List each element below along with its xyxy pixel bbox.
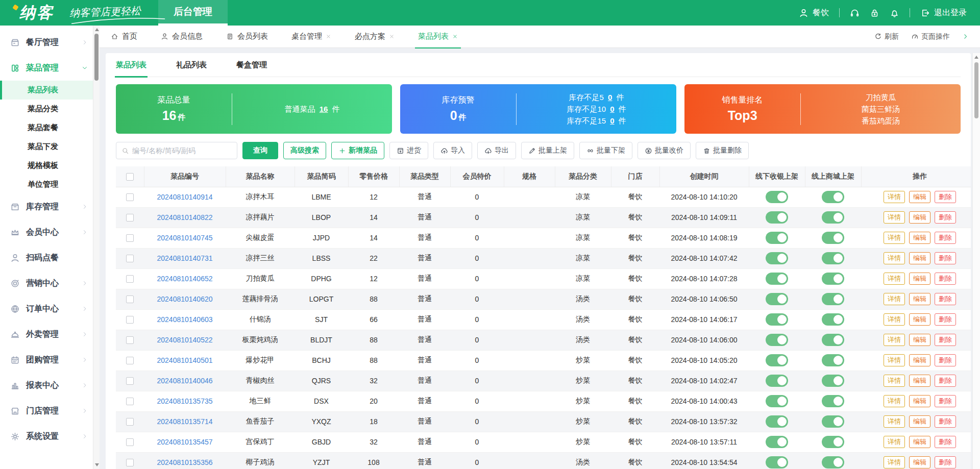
edit-button[interactable]: 编辑 xyxy=(909,293,930,305)
dish-code-link[interactable]: 20240810140914 xyxy=(157,193,212,201)
online-shelf-toggle[interactable] xyxy=(822,191,844,203)
detail-button[interactable]: 详情 xyxy=(884,436,905,448)
sidebar-subitem[interactable]: 单位管理 xyxy=(0,175,93,194)
headset-icon[interactable] xyxy=(850,8,860,18)
card-line-value[interactable]: 0 xyxy=(606,93,614,102)
row-checkbox[interactable] xyxy=(126,398,134,405)
page-tab[interactable]: 必点方案 xyxy=(355,26,395,48)
online-shelf-toggle[interactable] xyxy=(822,211,844,224)
sidebar-item[interactable]: 扫码点餐 xyxy=(0,245,93,270)
close-icon[interactable] xyxy=(389,34,395,39)
row-checkbox[interactable] xyxy=(126,459,134,466)
detail-button[interactable]: 详情 xyxy=(884,395,905,407)
scrollbar-thumb[interactable] xyxy=(94,34,99,81)
delete-button[interactable]: 删除 xyxy=(935,252,956,264)
detail-button[interactable]: 详情 xyxy=(884,191,905,203)
dish-code-link[interactable]: 20240810140046 xyxy=(157,377,212,385)
edit-button[interactable]: 编辑 xyxy=(909,456,930,468)
card-line-value[interactable]: 16 xyxy=(317,105,330,113)
detail-button[interactable]: 详情 xyxy=(884,293,905,305)
sidebar-item[interactable]: 菜品管理 xyxy=(0,55,93,81)
user-menu[interactable]: 餐饮 xyxy=(799,8,829,18)
advanced-search-button[interactable]: 高级搜索 xyxy=(283,142,326,159)
export-button[interactable]: 导出 xyxy=(477,142,516,159)
detail-button[interactable]: 详情 xyxy=(884,273,905,285)
detail-button[interactable]: 详情 xyxy=(884,375,905,387)
delete-button[interactable]: 删除 xyxy=(935,436,956,448)
search-button[interactable]: 查询 xyxy=(242,142,278,159)
offline-shelf-toggle[interactable] xyxy=(766,375,788,387)
page-ops-button[interactable]: 页面操作 xyxy=(911,32,950,41)
dish-code-link[interactable]: 20240810135735 xyxy=(157,397,212,405)
edit-button[interactable]: 编辑 xyxy=(909,232,930,244)
sidebar-scrollbar[interactable] xyxy=(93,26,100,469)
dish-code-link[interactable]: 20240810140745 xyxy=(157,234,212,242)
sidebar-item[interactable]: 会员中心 xyxy=(0,219,93,245)
detail-button[interactable]: 详情 xyxy=(884,354,905,366)
offline-shelf-toggle[interactable] xyxy=(766,273,788,285)
detail-button[interactable]: 详情 xyxy=(884,313,905,326)
sidebar-subitem[interactable]: 规格模板 xyxy=(0,156,93,175)
edit-button[interactable]: 编辑 xyxy=(909,395,930,407)
dish-code-link[interactable]: 20240810135356 xyxy=(157,458,212,466)
page-tab[interactable]: 桌台管理 xyxy=(291,26,331,48)
delete-button[interactable]: 删除 xyxy=(935,415,956,428)
online-shelf-toggle[interactable] xyxy=(822,252,844,264)
edit-button[interactable]: 编辑 xyxy=(909,375,930,387)
edit-button[interactable]: 编辑 xyxy=(909,334,930,346)
nav-tab-backend[interactable]: 后台管理 xyxy=(158,0,228,26)
offline-shelf-toggle[interactable] xyxy=(766,252,788,264)
sidebar-subitem[interactable]: 菜品套餐 xyxy=(0,118,93,137)
detail-button[interactable]: 详情 xyxy=(884,334,905,346)
detail-button[interactable]: 详情 xyxy=(884,211,905,224)
sidebar-subitem[interactable]: 菜品列表 xyxy=(0,81,93,100)
refresh-button[interactable]: 刷新 xyxy=(874,32,899,41)
page-tab[interactable]: 会员列表 xyxy=(226,26,268,48)
row-checkbox[interactable] xyxy=(126,418,134,426)
row-checkbox[interactable] xyxy=(126,275,134,283)
row-checkbox[interactable] xyxy=(126,255,134,262)
sub-tab[interactable]: 餐盒管理 xyxy=(236,53,267,77)
edit-button[interactable]: 编辑 xyxy=(909,354,930,366)
add-dish-button[interactable]: 新增菜品 xyxy=(331,142,384,159)
edit-button[interactable]: 编辑 xyxy=(909,252,930,264)
delete-button[interactable]: 删除 xyxy=(935,395,956,407)
offline-shelf-toggle[interactable] xyxy=(766,456,788,468)
edit-button[interactable]: 编辑 xyxy=(909,191,930,203)
search-input[interactable] xyxy=(132,146,232,155)
chevron-right-icon[interactable] xyxy=(962,33,969,40)
batch-price-button[interactable]: 批量改价 xyxy=(638,142,691,159)
select-all-checkbox[interactable] xyxy=(126,173,134,181)
scroll-down-arrow[interactable] xyxy=(95,463,99,466)
delete-button[interactable]: 删除 xyxy=(935,375,956,387)
row-checkbox[interactable] xyxy=(126,357,134,364)
dish-code-link[interactable]: 20240810135457 xyxy=(157,438,212,446)
sidebar-item[interactable]: 团购管理 xyxy=(0,347,93,373)
offline-shelf-toggle[interactable] xyxy=(766,191,788,203)
offline-shelf-toggle[interactable] xyxy=(766,293,788,305)
offline-shelf-toggle[interactable] xyxy=(766,354,788,366)
online-shelf-toggle[interactable] xyxy=(822,375,844,387)
row-checkbox[interactable] xyxy=(126,438,134,446)
sidebar-item[interactable]: 订单中心 xyxy=(0,296,93,322)
delete-button[interactable]: 删除 xyxy=(935,293,956,305)
purchase-button[interactable]: 进货 xyxy=(389,142,428,159)
scroll-up-arrow[interactable] xyxy=(95,28,99,31)
offline-shelf-toggle[interactable] xyxy=(766,313,788,326)
offline-shelf-toggle[interactable] xyxy=(766,395,788,407)
detail-button[interactable]: 详情 xyxy=(884,252,905,264)
online-shelf-toggle[interactable] xyxy=(822,293,844,305)
row-checkbox[interactable] xyxy=(126,295,134,303)
sidebar-item[interactable]: 餐厅管理 xyxy=(0,30,93,55)
dish-code-link[interactable]: 20240810135714 xyxy=(157,417,212,426)
online-shelf-toggle[interactable] xyxy=(822,436,844,448)
edit-button[interactable]: 编辑 xyxy=(909,273,930,285)
scrollbar-thumb[interactable] xyxy=(974,62,978,118)
dish-code-link[interactable]: 20240810140603 xyxy=(157,315,212,324)
dish-code-link[interactable]: 20240810140522 xyxy=(157,336,212,344)
sidebar-item[interactable]: 库存管理 xyxy=(0,194,93,219)
delete-button[interactable]: 删除 xyxy=(935,456,956,468)
offline-shelf-toggle[interactable] xyxy=(766,436,788,448)
card-line-value[interactable]: 0 xyxy=(608,116,616,125)
delete-button[interactable]: 删除 xyxy=(935,211,956,224)
